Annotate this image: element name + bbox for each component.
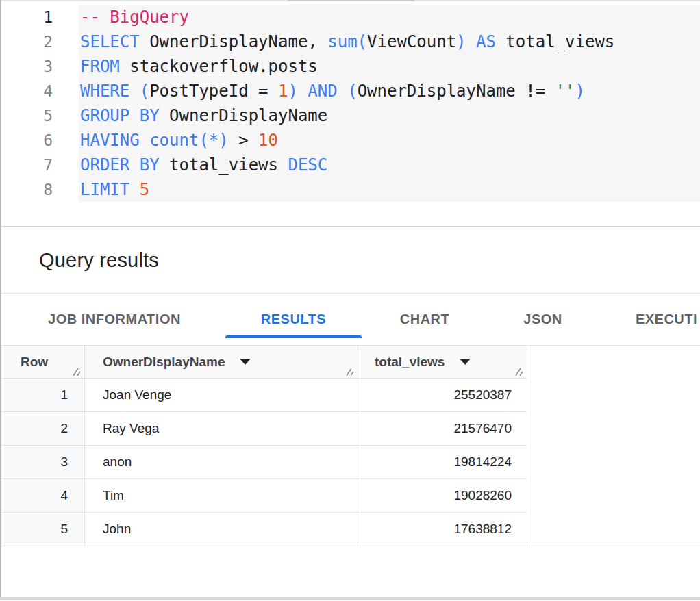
tab-label: RESULTS [261,311,326,327]
query-results-title: Query results [39,249,159,272]
tab-label: JOB INFORMATION [48,311,181,327]
sql-token-keyword: ( [140,81,149,101]
total-views-cell: 25520387 [358,379,527,411]
line-number: 3 [1,54,53,79]
sql-token-keyword: LIMIT [80,180,129,199]
tab-label: JSON [523,311,562,327]
sql-token-keyword: ) [456,32,466,51]
sql-token-keyword: ORDER BY [80,155,160,175]
sql-token-keyword: GROUP BY [80,106,160,125]
tab-job-information[interactable]: JOB INFORMATION [3,294,225,345]
row-number-cell: 5 [1,513,85,546]
column-label: OwnerDisplayName [103,355,225,370]
table-row: 3anon19814224 [1,446,527,479]
row-number-cell: 2 [1,412,85,445]
sql-token-plain [140,131,149,150]
column-header-row: Row [1,346,85,378]
table-row: 4Tim19028260 [1,479,527,513]
sql-token-keyword: ) [288,81,297,101]
sql-token-plain [338,81,347,101]
code-text[interactable]: SELECT OwnerDisplayName, sum(ViewCount) … [53,29,700,54]
sql-token-plain: OwnerDisplayName [160,106,328,125]
tab-results[interactable]: RESULTS [225,294,362,345]
sql-token-keyword: AS [476,32,496,51]
code-line: 4WHERE (PostTypeId = 1) AND (OwnerDispla… [1,79,700,103]
line-number: 6 [1,128,53,153]
sql-token-plain [129,81,139,101]
column-label: Row [21,355,48,370]
tab-executi[interactable]: EXECUTI [598,294,700,345]
code-line: 8LIMIT 5 [1,177,700,202]
code-line: 6HAVING count(*) > 10 [1,128,700,153]
line-number: 7 [1,153,53,177]
sql-token-keyword: count(*) [149,131,229,150]
total-views-cell: 17638812 [358,513,527,546]
sql-token-string: '' [555,81,575,101]
sql-token-number: 1 [278,81,288,101]
row-number-cell: 1 [1,379,85,411]
tab-chart[interactable]: CHART [362,294,488,345]
code-text[interactable]: WHERE (PostTypeId = 1) AND (OwnerDisplay… [53,79,700,103]
left-border [0,0,1,597]
code-text[interactable]: ORDER BY total_views DESC [53,153,700,177]
column-header-ownerdisplayname: OwnerDisplayName [85,346,358,378]
tab-json[interactable]: JSON [488,294,598,345]
sql-token-plain [466,32,476,51]
bigquery-query-panel: 1-- BigQuery2SELECT OwnerDisplayName, su… [0,0,700,601]
sql-token-keyword: FROM [80,57,120,76]
column-resize-handle[interactable] [345,366,355,376]
code-text[interactable]: HAVING count(*) > 10 [53,128,700,153]
owner-name-cell: Tim [85,479,358,512]
sql-token-keyword: ) [575,81,585,101]
sql-token-plain: OwnerDisplayName != [358,81,555,101]
table-row: 2Ray Vega21576470 [1,412,527,446]
sql-token-number: 5 [140,180,149,199]
sql-token-plain: ViewCount [367,32,456,51]
line-number: 4 [1,79,53,103]
sql-token-keyword: DESC [288,155,327,175]
sql-token-plain: PostTypeId = [149,81,278,101]
code-text[interactable]: FROM stackoverflow.posts [53,54,700,79]
column-header-total-views: total_views [358,346,527,378]
code-text[interactable]: GROUP BY OwnerDisplayName [53,103,700,128]
line-number: 2 [1,29,53,54]
sql-token-keyword: AND [308,81,337,101]
sql-token-plain: OwnerDisplayName, [140,32,328,51]
line-number: 1 [1,5,53,29]
table-header-row: RowOwnerDisplayNametotal_views [1,346,527,379]
owner-name-cell: Ray Vega [85,412,358,445]
column-dropdown-arrow-icon[interactable] [240,359,251,365]
code-text[interactable]: -- BigQuery [53,5,700,29]
owner-name-cell: Joan Venge [85,379,358,411]
owner-name-cell: anon [85,446,358,478]
bottom-border [0,597,700,600]
tab-label: CHART [400,311,450,327]
code-line: 1-- BigQuery [1,5,700,29]
sql-token-comment: -- BigQuery [80,8,189,27]
sql-token-keyword: SELECT [80,32,140,51]
active-tab-underline [225,335,362,338]
owner-name-cell: John [85,513,358,546]
tab-label: EXECUTI [636,311,697,327]
total-views-cell: 21576470 [358,412,527,445]
code-text[interactable]: LIMIT 5 [53,177,700,202]
code-line: 7ORDER BY total_views DESC [1,153,700,177]
code-line: 2SELECT OwnerDisplayName, sum(ViewCount)… [1,29,700,54]
sql-token-number: 10 [258,131,278,150]
sql-token-plain: total_views [496,32,614,51]
table-bottom-divider [0,546,700,546]
column-label: total_views [375,355,445,370]
sql-token-plain [129,180,139,199]
total-views-cell: 19028260 [358,479,527,512]
line-number: 5 [1,103,53,128]
column-resize-handle[interactable] [514,366,525,376]
code-line: 3FROM stackoverflow.posts [1,54,700,79]
sql-editor[interactable]: 1-- BigQuery2SELECT OwnerDisplayName, su… [1,1,700,226]
total-views-cell: 19814224 [358,446,527,478]
code-lines: 1-- BigQuery2SELECT OwnerDisplayName, su… [1,5,700,202]
sql-token-plain: total_views [160,155,288,175]
column-resize-handle[interactable] [71,366,82,376]
sql-token-keyword: sum( [327,32,367,51]
column-dropdown-arrow-icon[interactable] [460,359,471,365]
row-number-cell: 3 [1,446,85,478]
